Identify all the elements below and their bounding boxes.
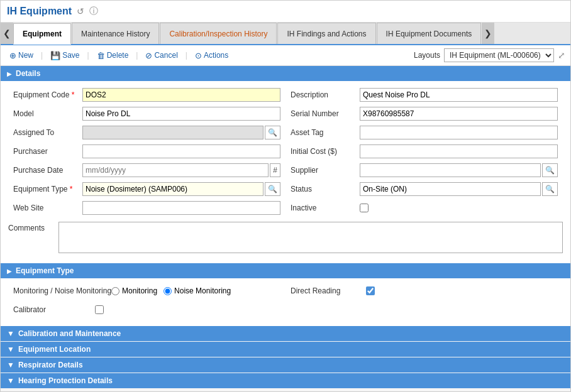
details-collapse-icon: ▶	[7, 70, 12, 77]
web-site-row: Web Site	[13, 200, 280, 215]
status-input[interactable]	[360, 182, 541, 196]
equipment-location-collapse-icon: ▼	[7, 345, 14, 354]
monitoring-radio[interactable]	[111, 287, 119, 295]
tab-ih-equipment-documents[interactable]: IH Equipment Documents	[377, 23, 482, 44]
tab-calibration-inspection-history[interactable]: Calibration/Inspection History	[160, 23, 277, 44]
assigned-to-search-button[interactable]: 🔍	[265, 126, 280, 139]
main-content: ▶ Details Equipment Code * Model	[1, 66, 570, 391]
equipment-type-input[interactable]	[82, 182, 263, 196]
hearing-protection-details-collapse-icon: ▼	[7, 376, 14, 385]
model-input[interactable]	[82, 107, 280, 121]
supplier-label: Supplier	[291, 166, 360, 175]
web-site-label: Web Site	[13, 204, 82, 212]
comments-row: Comments	[8, 222, 563, 253]
purchaser-label: Purchaser	[13, 147, 82, 156]
calibration-maintenance-header[interactable]: ▼ Calibration and Maintenance	[1, 326, 570, 341]
monitoring-radio-label[interactable]: Monitoring	[111, 286, 157, 295]
comments-textarea[interactable]	[58, 222, 563, 253]
details-section-header[interactable]: ▶ Details	[1, 66, 570, 81]
initial-cost-label: Initial Cost ($)	[291, 147, 360, 156]
purchase-date-label: Purchase Date	[13, 166, 82, 175]
supplier-search-button[interactable]: 🔍	[542, 163, 558, 177]
delete-button[interactable]: 🗑 Delete	[93, 50, 133, 62]
tab-maintenance-history[interactable]: Maintenance History	[72, 23, 159, 44]
supplier-row: Supplier 🔍	[291, 163, 558, 178]
monitoring-noise-row: Monitoring / Noise Monitoring Monitoring…	[8, 283, 563, 321]
noise-monitoring-radio[interactable]	[164, 287, 172, 295]
inactive-checkbox[interactable]	[360, 204, 369, 212]
save-button[interactable]: 💾 Save	[47, 50, 83, 62]
tab-ih-findings-and-actions[interactable]: IH Findings and Actions	[277, 23, 375, 44]
model-row: Model	[13, 106, 280, 121]
asset-tag-label: Asset Tag	[291, 128, 360, 137]
toolbar: ⊕ New | 💾 Save | 🗑 Delete | ⊘ Cancel | ⊙…	[1, 45, 570, 66]
status-label: Status	[291, 185, 360, 193]
tab-equipment[interactable]: Equipment	[13, 23, 71, 45]
purchase-date-input[interactable]	[82, 163, 269, 177]
back-icon[interactable]: ↺	[77, 6, 84, 16]
calibrator-label: Calibrator	[13, 305, 95, 314]
cancel-icon: ⊘	[145, 51, 152, 60]
title-bar: IH Equipment ↺ ⓘ	[1, 1, 570, 23]
purchase-date-calendar-button[interactable]: #	[270, 163, 280, 177]
tab-next-button[interactable]: ❯	[482, 23, 494, 44]
supplier-input[interactable]	[360, 163, 541, 177]
assigned-to-label: Assigned To	[13, 128, 82, 137]
equipment-code-label: Equipment Code *	[13, 90, 82, 99]
equipment-location-header[interactable]: ▼ Equipment Location	[1, 342, 570, 357]
status-field-group: 🔍	[360, 182, 558, 196]
purchaser-row: Purchaser	[13, 144, 280, 159]
web-site-input[interactable]	[82, 201, 280, 215]
serial-number-input[interactable]	[360, 107, 558, 121]
initial-cost-row: Initial Cost ($)	[291, 144, 558, 159]
direct-reading-checkbox[interactable]	[366, 286, 375, 295]
monitoring-noise-label: Monitoring / Noise Monitoring	[13, 286, 111, 295]
description-label: Description	[291, 90, 360, 99]
assigned-to-field-group: 🔍	[82, 126, 280, 139]
cancel-button[interactable]: ⊘ Cancel	[141, 50, 181, 62]
monitoring-radio-group: Monitoring Noise Monitoring	[111, 286, 231, 295]
calibration-maintenance-collapse-icon: ▼	[7, 329, 14, 338]
serial-number-row: Serial Number	[291, 106, 558, 121]
status-row: Status 🔍	[291, 182, 558, 197]
purchase-date-row: Purchase Date #	[13, 163, 280, 178]
layouts-select[interactable]: IH Equipment (ML-000606)	[444, 48, 554, 62]
supplier-field-group: 🔍	[360, 163, 558, 177]
equipment-type-collapse-icon: ▶	[7, 268, 12, 275]
hearing-protection-details-header[interactable]: ▼ Hearing Protection Details	[1, 373, 570, 388]
equipment-code-row: Equipment Code *	[13, 87, 280, 102]
comments-label: Comments	[8, 222, 58, 232]
equipment-type-label: Equipment Type *	[13, 185, 82, 193]
respirator-details-header[interactable]: ▼ Respirator Details	[1, 357, 570, 373]
inactive-label: Inactive	[291, 204, 360, 212]
equipment-type-search-button[interactable]: 🔍	[265, 182, 280, 196]
new-button[interactable]: ⊕ New	[6, 50, 37, 62]
direct-reading-label: Direct Reading	[291, 286, 366, 295]
asset-tag-input[interactable]	[360, 126, 558, 139]
equipment-code-input[interactable]	[82, 88, 280, 102]
info-icon[interactable]: ⓘ	[89, 6, 98, 17]
status-search-button[interactable]: 🔍	[542, 182, 558, 196]
equipment-type-section-header[interactable]: ▶ Equipment Type	[1, 263, 570, 278]
new-icon: ⊕	[9, 51, 16, 60]
tabs-bar: ❮ Equipment Maintenance History Calibrat…	[1, 23, 570, 45]
inactive-row: Inactive	[291, 200, 558, 215]
purchaser-input[interactable]	[82, 144, 280, 158]
description-row: Description	[291, 87, 558, 102]
assigned-to-input[interactable]	[82, 126, 263, 139]
actions-button[interactable]: ⊙ Actions	[191, 50, 232, 62]
tab-prev-button[interactable]: ❮	[1, 23, 13, 44]
equipment-type-row: Equipment Type * 🔍	[13, 182, 280, 197]
purchase-date-field-group: #	[82, 163, 280, 177]
pin-icon[interactable]: ⤢	[558, 50, 565, 60]
details-form: Equipment Code * Model Assigned To �	[1, 81, 570, 263]
calibrator-row: Calibrator	[13, 302, 280, 317]
initial-cost-input[interactable]	[360, 144, 558, 158]
respirator-details-collapse-icon: ▼	[7, 361, 14, 369]
direct-reading-col: Direct Reading	[286, 283, 563, 321]
assigned-to-row: Assigned To 🔍	[13, 125, 280, 140]
noise-monitoring-radio-label[interactable]: Noise Monitoring	[164, 286, 231, 295]
calibrator-checkbox[interactable]	[95, 305, 104, 314]
direct-reading-row: Direct Reading	[291, 283, 558, 298]
description-input[interactable]	[360, 88, 558, 102]
